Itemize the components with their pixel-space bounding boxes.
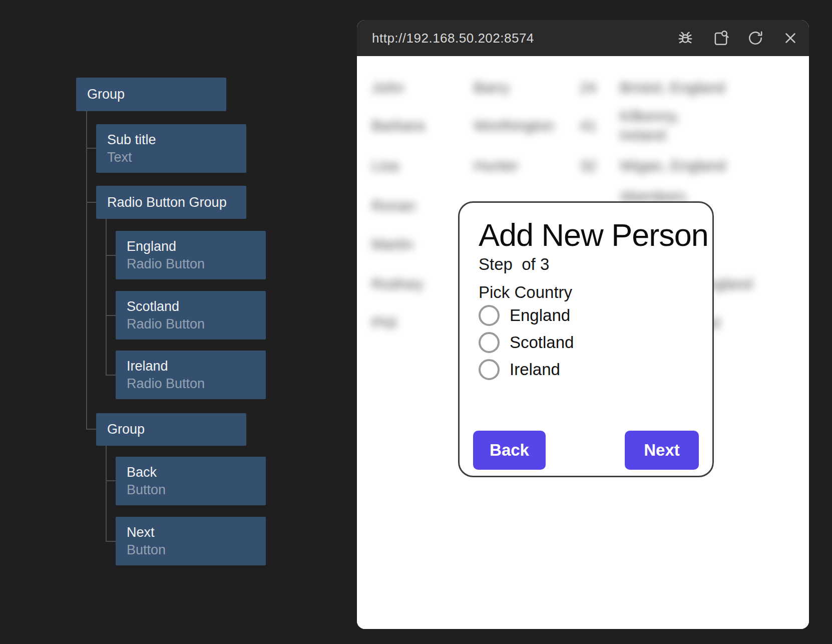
add-new-person-dialog: Add New Person Step of 3 Pick Country En… [458,201,714,477]
cell-location: Wigan, England [620,156,785,175]
tree-node-england[interactable]: England Radio Button [116,231,266,279]
tree-node-label: Ireland [127,358,266,375]
tree-connector [86,429,96,430]
cell-age: 41 [580,117,620,134]
tree-node-label: Scotland [127,298,266,315]
screen: Group Sub title Text Radio Button Group … [0,0,832,644]
radio-option-england[interactable]: England [479,305,574,326]
cell-first-name: Barbara [371,117,474,134]
browser-titlebar: http://192.168.50.202:8574 [357,20,809,56]
tree-node-label: Group [87,86,226,103]
tree-connector [106,219,107,375]
radio-button-scotland[interactable] [479,332,500,353]
browser-window: http://192.168.50.202:8574 [357,20,809,629]
cell-last-name: Worthington [474,117,580,134]
tree-node-type: Button [127,481,266,499]
radio-label: Ireland [510,360,560,379]
cell-location: Bristol, England [620,78,785,97]
next-button[interactable]: Next [625,431,699,470]
cell-first-name: Lisa [371,157,474,174]
tree-node-type: Button [127,541,266,559]
tree-node-label: Back [127,464,266,481]
url-bar[interactable]: http://192.168.50.202:8574 [372,31,534,46]
titlebar-icons [677,20,799,56]
tree-node-type: Text [107,149,246,166]
tree-node-label: Radio Button Group [107,194,246,211]
tree-connector [86,148,96,149]
country-radio-group: England Scotland Ireland [479,305,574,386]
cell-last-name: Hunter [474,157,580,174]
inspect-icon[interactable] [712,30,729,47]
radio-button-ireland[interactable] [479,359,500,380]
tree-node-type: Radio Button [127,315,266,333]
radio-label: England [510,306,570,325]
tree-node-next[interactable]: Next Button [116,517,266,565]
tree-connector [106,541,116,542]
tree-node-label: Next [127,524,266,541]
radio-option-ireland[interactable]: Ireland [479,359,574,380]
close-icon[interactable] [782,30,799,47]
tree-node-group-buttons[interactable]: Group [96,413,246,446]
tree-node-ireland[interactable]: Ireland Radio Button [116,351,266,399]
back-button[interactable]: Back [473,431,546,470]
radio-label: Scotland [510,333,574,352]
section-label: Pick Country [479,283,572,302]
tree-node-subtitle[interactable]: Sub title Text [96,124,246,173]
tree-connector [106,480,116,481]
tree-node-group-root[interactable]: Group [76,78,226,111]
tree-node-type: Radio Button [127,255,266,273]
tree-connector [106,315,116,316]
cell-age: 32 [580,157,620,174]
tree-node-label: Group [107,421,246,438]
radio-option-scotland[interactable]: Scotland [479,332,574,353]
radio-button-england[interactable] [479,305,500,326]
cell-age: 24 [580,79,620,96]
step-indicator: Step of 3 [479,255,549,274]
tree-node-scotland[interactable]: Scotland Radio Button [116,291,266,340]
tree-connector [106,255,116,256]
tree-node-label: Sub title [107,131,246,149]
dialog-title: Add New Person [479,217,708,253]
table-row: Lisa Hunter 32 Wigan, England [371,153,785,178]
tree-connector [86,111,87,429]
table-row: John Barry 24 Bristol, England [371,75,785,100]
tree-node-type: Radio Button [127,375,266,393]
cell-last-name: Barry [474,79,580,96]
tree-node-radio-button-group[interactable]: Radio Button Group [96,186,246,219]
reload-icon[interactable] [747,30,764,47]
table-row: Barbara Worthington 41 Kilkenny, Ireland [371,106,785,145]
bug-icon[interactable] [677,30,694,47]
tree-connector [106,446,107,541]
tree-node-label: England [127,238,266,255]
tree-connector [86,202,96,203]
cell-location: Kilkenny, Ireland [620,107,785,145]
tree-node-back[interactable]: Back Button [116,457,266,505]
tree-connector [106,375,116,376]
cell-first-name: John [371,79,474,96]
web-page: John Barry 24 Bristol, England Barbara W… [357,56,809,629]
